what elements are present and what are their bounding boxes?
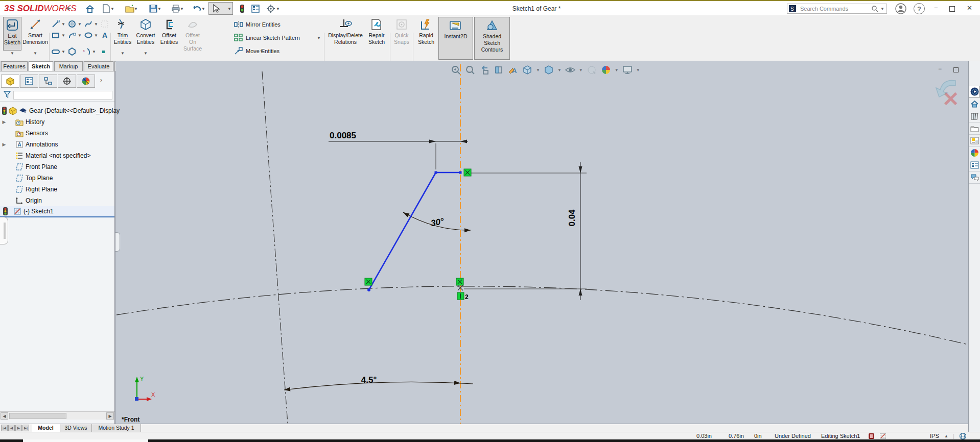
tree-item-history[interactable]: ▶ History [0, 116, 114, 128]
relation-markers[interactable]: 2 [365, 169, 471, 301]
file-explorer-icon[interactable] [969, 122, 980, 135]
home-tab-icon[interactable] [969, 98, 980, 110]
exit-sketch-button[interactable]: Exit Sketch [3, 17, 21, 51]
units-dropdown-arrow[interactable]: ▲ [944, 434, 948, 438]
left-flyout-handle[interactable] [0, 217, 8, 244]
tab-model[interactable]: Model [32, 424, 60, 432]
polygon-tool-icon[interactable] [67, 47, 77, 56]
trim-dropdown[interactable]: ▼ [112, 51, 133, 56]
sketch-picture-tool-icon[interactable] [100, 19, 109, 29]
rebuild-traffic-light-icon[interactable] [236, 3, 248, 15]
instant2d-button[interactable]: Instant2D [438, 17, 473, 60]
app-restore-button[interactable] [949, 6, 955, 13]
dimension-0-0085[interactable]: 0.0085 [329, 131, 468, 169]
sketch-line-angled[interactable] [369, 173, 436, 290]
search-scope-dropdown[interactable]: ▼ [880, 7, 884, 11]
featuremanager-tab[interactable] [1, 75, 19, 88]
convert-entities-button[interactable]: Convert Entities [134, 17, 157, 45]
view-orientation-icon[interactable] [522, 64, 533, 76]
tree-item-sketch1[interactable]: (-) Sketch1 [0, 206, 114, 217]
tab-evaluate[interactable]: Evaluate [84, 61, 113, 71]
relation-tag-2[interactable]: 2 [457, 292, 469, 301]
zoom-to-fit-icon[interactable] [450, 64, 461, 76]
file-properties-icon[interactable] [249, 3, 262, 15]
design-library-icon[interactable] [969, 110, 980, 122]
section-view-icon[interactable] [493, 64, 504, 76]
sketch-endpoint-bottom[interactable] [367, 288, 370, 291]
open-dropdown[interactable]: ▼ [134, 7, 138, 11]
sketch-canvas[interactable]: 0.0085 0.04 30° 4.5° [115, 61, 968, 424]
ellipse-dropdown[interactable]: ▼ [94, 33, 98, 38]
expand-arrow[interactable]: ▶ [0, 142, 8, 147]
point-tool-icon[interactable] [99, 47, 108, 56]
displaymanager-tab[interactable] [77, 75, 95, 88]
apply-scene-dropdown[interactable]: ▼ [615, 68, 619, 72]
app-close-button[interactable]: ✕ [967, 4, 972, 12]
tab-motion-study-1[interactable]: Motion Study 1 [92, 424, 141, 432]
move-entities-button[interactable]: Move Entities [234, 47, 279, 55]
slot-tool-icon[interactable] [51, 47, 60, 56]
select-tool-pressed[interactable]: ▼ [208, 2, 233, 15]
configurationmanager-tab[interactable] [39, 75, 57, 88]
cancel-sketch-icon[interactable]: ✕ [942, 90, 960, 108]
menu-expand-arrow[interactable]: ▶ [67, 6, 71, 11]
trim-entities-button[interactable]: Trim Entities [112, 17, 133, 45]
home-button[interactable] [84, 3, 96, 15]
sketch-endpoint-right[interactable] [459, 171, 462, 174]
panel-horizontal-scrollbar[interactable]: ◀ ▶ [0, 411, 114, 420]
appearances-scenes-icon[interactable] [969, 147, 980, 159]
relation-coincident-centerline[interactable] [456, 278, 463, 285]
linear-sketch-pattern-button[interactable]: Linear Sketch Pattern [234, 34, 300, 42]
move-entities-dropdown[interactable]: ▼ [260, 49, 264, 54]
construction-line-radial[interactable] [262, 71, 288, 424]
dimxpertmanager-tab[interactable] [58, 75, 76, 88]
search-icon[interactable] [871, 5, 878, 12]
app-minimize-button[interactable]: − [934, 4, 938, 12]
display-delete-relations-button[interactable]: Display/Delete Relations [327, 17, 364, 45]
tree-filter-input[interactable] [13, 91, 112, 100]
tree-item-right-plane[interactable]: Right Plane [0, 184, 114, 195]
status-globe-icon[interactable] [960, 433, 966, 439]
linear-pattern-dropdown[interactable]: ▼ [317, 36, 321, 40]
user-account-icon[interactable] [895, 3, 906, 14]
save-dropdown[interactable]: ▼ [157, 7, 161, 11]
scroll-right-button[interactable]: ▶ [106, 412, 114, 420]
relation-coincident-top[interactable] [464, 169, 471, 176]
sketch-vertex-point[interactable] [435, 171, 437, 174]
slot-dropdown[interactable]: ▼ [61, 50, 65, 54]
edit-appearance-icon[interactable] [586, 64, 597, 76]
circle-tool-icon[interactable] [67, 19, 77, 29]
dimension-4-5deg[interactable]: 4.5° [284, 375, 473, 391]
scroll-left-button[interactable]: ◀ [1, 412, 8, 420]
propertymanager-tab[interactable] [20, 75, 38, 88]
tab-nav-first[interactable]: |◀ [1, 425, 8, 431]
tab-features[interactable]: Features [1, 61, 28, 71]
status-sketch-grid-icon[interactable] [880, 433, 886, 439]
filter-funnel-icon[interactable] [3, 90, 11, 99]
arc-tool-icon[interactable] [67, 31, 77, 40]
quick-snaps-button[interactable]: Quick Snaps [391, 17, 412, 45]
tab-sketch[interactable]: Sketch [29, 61, 53, 71]
offset-entities-button[interactable]: Offset Entities [158, 17, 180, 45]
smart-dimension-button[interactable]: Smart Dimension [22, 17, 48, 51]
rapid-sketch-button[interactable]: Rapid Sketch [415, 17, 437, 45]
new-document-dropdown[interactable]: ▼ [110, 7, 114, 11]
ellipse-tool-icon[interactable] [84, 31, 93, 40]
relation-coincident-bottom-left[interactable] [365, 278, 372, 285]
circle-dropdown[interactable]: ▼ [78, 22, 82, 27]
previous-view-icon[interactable] [479, 64, 490, 76]
options-dropdown[interactable]: ▼ [276, 7, 280, 11]
annotation-views-icon[interactable]: A [507, 64, 519, 76]
spline-dropdown[interactable]: ▼ [94, 22, 98, 27]
dimension-0-04[interactable]: 0.04 [464, 162, 587, 300]
scroll-thumb[interactable] [9, 413, 66, 419]
tree-item-sensors[interactable]: Sensors [0, 128, 114, 139]
line-dropdown[interactable]: ▼ [61, 22, 65, 27]
line-tool-icon[interactable] [51, 19, 60, 29]
view-settings-dropdown[interactable]: ▼ [636, 68, 640, 72]
tab-nav-next[interactable]: ▶ [15, 425, 22, 431]
select-dropdown[interactable]: ▼ [227, 7, 231, 11]
help-icon[interactable]: ? [914, 3, 925, 14]
smart-dimension-dropdown[interactable]: ▼ [22, 51, 48, 56]
display-style-icon[interactable] [543, 64, 554, 76]
